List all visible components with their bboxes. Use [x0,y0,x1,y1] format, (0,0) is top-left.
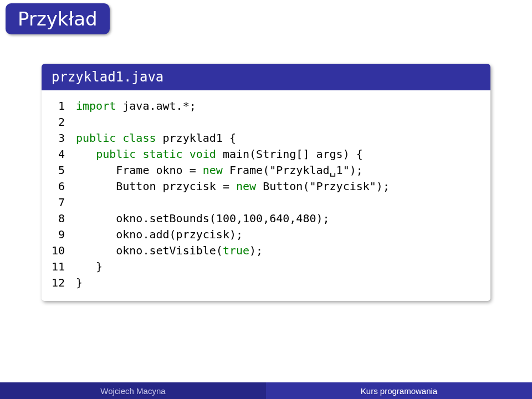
code-line: 9 okno.add(przycisk); [52,227,480,243]
line-number: 12 [52,275,76,291]
code-line: 1import java.awt.*; [52,98,480,114]
code-line: 3public class przyklad1 { [52,130,480,146]
line-number: 3 [52,130,76,146]
code-content [76,195,480,211]
code-line: 8 okno.setBounds(100,100,640,480); [52,211,480,227]
code-content: public static void main(String[] args) { [76,146,480,162]
code-line: 10 okno.setVisible(true); [52,243,480,259]
code-block: przyklad1.java 1import java.awt.*;2 3pub… [42,64,490,301]
code-content [76,114,480,130]
slide-title: Przykład [18,8,98,30]
code-content: okno.setVisible(true); [76,243,480,259]
code-content: import java.awt.*; [76,98,480,114]
line-number: 7 [52,195,76,211]
line-number: 1 [52,98,76,114]
line-number: 6 [52,178,76,195]
footer: Wojciech Macyna Kurs programowania [0,382,532,399]
code-content: Frame okno = new Frame("Przyklad␣1"); [76,162,480,178]
footer-course: Kurs programowania [266,382,532,399]
code-listing: 1import java.awt.*;2 3public class przyk… [52,98,480,291]
line-number: 9 [52,227,76,243]
code-line: 2 [52,114,480,130]
line-number: 2 [52,114,76,130]
code-content: okno.add(przycisk); [76,227,480,243]
code-line: 5 Frame okno = new Frame("Przyklad␣1"); [52,162,480,178]
code-line: 6 Button przycisk = new Button("Przycisk… [52,178,480,195]
code-line: 11 } [52,259,480,275]
slide-title-band: Przykład [6,3,110,34]
footer-author: Wojciech Macyna [0,382,266,399]
code-content: okno.setBounds(100,100,640,480); [76,211,480,227]
line-number: 10 [52,243,76,259]
slide: Przykład przyklad1.java 1import java.awt… [0,0,532,399]
line-number: 8 [52,211,76,227]
code-content: public class przyklad1 { [76,130,480,146]
code-line: 7 [52,195,480,211]
block-title: przyklad1.java [42,64,490,90]
line-number: 4 [52,146,76,162]
line-number: 5 [52,162,76,178]
code-content: } [76,259,480,275]
code-content: } [76,275,480,291]
code-content: Button przycisk = new Button("Przycisk")… [76,178,480,195]
block-body: 1import java.awt.*;2 3public class przyk… [42,90,490,301]
line-number: 11 [52,259,76,275]
code-line: 12} [52,275,480,291]
code-line: 4 public static void main(String[] args)… [52,146,480,162]
